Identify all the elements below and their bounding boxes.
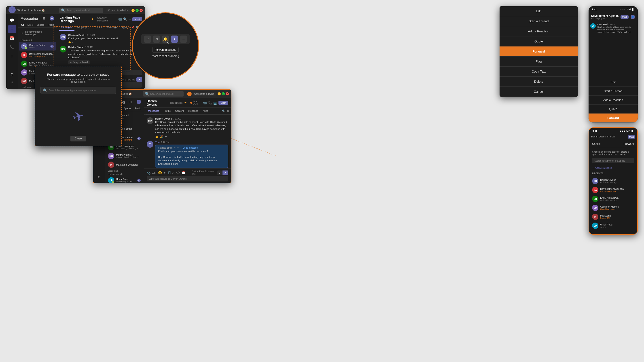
sidebar-item-clarissa[interactable]: CS Clarissa Smith Active ● xyxy=(19,42,56,50)
mobile-ctx-quote[interactable]: Quote xyxy=(588,105,638,113)
second-search-input[interactable] xyxy=(150,92,182,95)
minimize-btn[interactable]: − xyxy=(132,9,134,12)
meet-btn[interactable]: Meet xyxy=(132,17,142,21)
second-feature-launch[interactable]: Feature launch xyxy=(105,173,144,176)
reaction-count[interactable]: 👍 1 xyxy=(68,41,142,43)
mfd-cancel-btn[interactable]: Cancel xyxy=(592,142,600,145)
rail-help-icon[interactable]: ? xyxy=(8,79,16,87)
second-format-icon[interactable]: A xyxy=(172,171,174,175)
send-icon[interactable]: ➤ xyxy=(136,77,142,82)
expand-btn[interactable]: ⌄ xyxy=(217,170,222,175)
second-meet-btn[interactable]: Meet xyxy=(218,101,228,105)
second-local-team[interactable]: Local team xyxy=(105,169,144,173)
second-star-icon[interactable]: ★ xyxy=(184,101,187,104)
second-maximize-btn[interactable]: □ xyxy=(222,92,225,95)
mfd-meet-btn[interactable]: Meet xyxy=(628,135,635,139)
tab-public[interactable]: Public xyxy=(46,23,55,26)
rail-calendar-icon[interactable]: 📅 xyxy=(8,34,16,42)
second-phone-icon[interactable]: 📞 xyxy=(208,101,212,105)
tab-messages[interactable]: Messages xyxy=(59,24,74,31)
search-chat-icon[interactable]: 🔍 xyxy=(123,17,127,21)
second-more-icon[interactable]: ··· xyxy=(187,171,190,175)
msg-emoji-2[interactable]: 🎉 xyxy=(160,135,163,138)
ctx-quote[interactable]: Quote xyxy=(500,36,578,46)
mfd-search[interactable]: Search for a person or a space xyxy=(592,158,634,163)
search-bar[interactable]: 🔍 xyxy=(59,7,103,13)
more-tool[interactable]: ··· xyxy=(180,35,187,43)
second-schedule-icon[interactable]: 📅 xyxy=(182,171,185,175)
second-search-chat-icon[interactable]: 🔍 xyxy=(222,109,226,113)
second-settings-chat[interactable]: ⚙ xyxy=(227,109,229,113)
refresh-tool[interactable]: ↻ xyxy=(153,35,160,43)
close-btn[interactable]: ✕ xyxy=(140,9,143,12)
search-input[interactable] xyxy=(66,9,101,12)
mfd-recent-darren[interactable]: DO Darren Owens Active 20 mins ago xyxy=(592,177,634,185)
second-close-btn[interactable]: ✕ xyxy=(226,92,229,95)
ctx-delete[interactable]: Delete xyxy=(500,77,578,87)
second-tab-spaces[interactable]: Spaces xyxy=(122,107,132,110)
star-icon[interactable]: ★ xyxy=(91,18,94,21)
second-notify-icon[interactable]: ! xyxy=(187,92,192,96)
second-search-bar[interactable]: 🔍 xyxy=(143,91,184,96)
mobile-ctx-thread[interactable]: Start a Thread xyxy=(588,87,638,96)
mfd-recent-umar[interactable]: UP Umar Patel Active xyxy=(592,221,634,230)
second-tab-meetings[interactable]: Meetings xyxy=(186,108,200,114)
back-tool[interactable]: ↩ xyxy=(144,35,151,43)
ctx-edit[interactable]: Edit xyxy=(500,6,578,16)
msg-emoji-1[interactable]: 👍 xyxy=(155,135,158,138)
sidebar-item-recommended[interactable]: ☆ Recommended Messages xyxy=(19,29,56,37)
fwd-search-input[interactable] xyxy=(49,89,114,92)
second-video-icon[interactable]: 📹 xyxy=(203,101,207,105)
mfd-recent-dev-agenda[interactable]: DA Development Agenda ENG Deployment xyxy=(592,185,634,194)
ctx-cancel[interactable]: Cancel xyxy=(500,87,578,97)
second-rail-settings[interactable]: ⚙ xyxy=(95,173,103,181)
video-icon[interactable]: 📹 xyxy=(118,17,122,21)
rail-messaging-icon[interactable]: ☰ xyxy=(8,25,16,33)
forward-tool[interactable]: ➤ xyxy=(171,35,178,43)
connect-device-btn[interactable]: Connect to a device xyxy=(106,8,130,12)
ctx-start-thread[interactable]: Start a Thread xyxy=(500,16,578,26)
mfd-recent-marketing[interactable]: M Marketing Project 191 xyxy=(592,212,634,221)
tab-apps[interactable]: Apps xyxy=(119,24,129,31)
mobile-ctx-edit[interactable]: Edit xyxy=(588,78,638,87)
second-filter-icon[interactable]: ⊞ xyxy=(130,100,132,104)
second-sticker-icon[interactable]: ✦ xyxy=(163,171,166,175)
second-tab-content[interactable]: Content xyxy=(173,108,186,114)
second-sidebar-umar[interactable]: UP Umar Patel Presenting · At the office… xyxy=(106,176,143,183)
fwd-close-button[interactable]: Close xyxy=(70,136,86,141)
tab-content[interactable]: Content xyxy=(92,24,105,31)
tab-all[interactable]: All xyxy=(20,23,25,26)
second-new-chat[interactable]: + xyxy=(137,100,141,104)
fwd-search-box[interactable]: 🔍 xyxy=(40,87,116,94)
second-tab-apps[interactable]: Apps xyxy=(200,108,211,114)
second-gif-icon[interactable]: GIF xyxy=(152,171,157,175)
go-to-message-link[interactable]: Go to message xyxy=(183,147,198,149)
second-tab-profile[interactable]: Profile xyxy=(162,108,173,114)
ctx-add-reaction[interactable]: Add a Reaction xyxy=(500,26,578,36)
mfd-forward-btn[interactable]: Forward xyxy=(624,142,634,145)
tab-people[interactable]: People (12) xyxy=(74,24,92,31)
rail-chat-icon[interactable]: 💬 xyxy=(8,16,16,24)
sidebar-item-dev-agenda[interactable]: D Development Agenda ENG Deployment xyxy=(19,51,56,59)
new-chat-icon[interactable]: + xyxy=(50,16,54,20)
mobile-ctx-react[interactable]: Add a Reaction xyxy=(588,96,638,105)
mobile-ctx-forward[interactable]: Forward xyxy=(588,113,638,122)
ctx-forward[interactable]: Forward xyxy=(500,46,578,56)
rail-settings-icon[interactable]: ⚙ xyxy=(8,70,16,78)
second-emoji-icon[interactable]: 😊 xyxy=(158,171,162,175)
second-attach-icon[interactable]: 📎 xyxy=(147,171,150,175)
second-connect-btn[interactable]: Connect to a device xyxy=(192,92,216,96)
pin-icon[interactable]: 📌 xyxy=(131,26,134,29)
second-minimize-btn[interactable]: − xyxy=(218,92,221,95)
second-message-input[interactable]: Write a message to Darren Owens xyxy=(147,176,228,181)
mobile-profile-icon[interactable]: 👤 xyxy=(630,15,635,19)
second-tab-messages[interactable]: Messages xyxy=(146,108,162,114)
second-screen-icon[interactable]: 📺 xyxy=(213,101,217,105)
favorites-section-label[interactable]: Favorites ★ xyxy=(18,38,57,42)
msg-emoji-3[interactable]: ❤ xyxy=(164,135,167,138)
tab-meetings[interactable]: Meetings xyxy=(105,24,120,31)
second-send-btn[interactable]: ➤ xyxy=(222,170,228,175)
filter-icon[interactable]: ⊞ xyxy=(42,16,45,20)
ctx-copy-text[interactable]: Copy Text xyxy=(500,67,578,77)
rail-apps-icon[interactable]: ⚏ xyxy=(8,52,16,60)
